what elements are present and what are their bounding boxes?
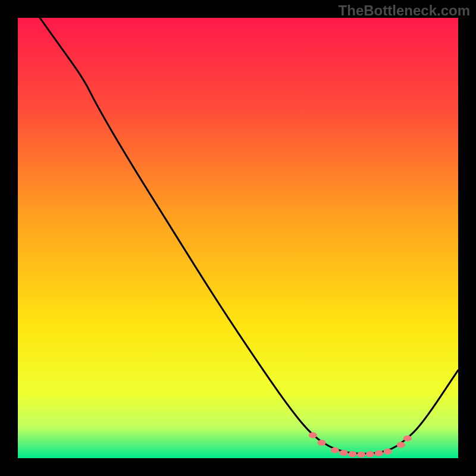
data-marker	[403, 436, 412, 441]
data-marker	[309, 433, 317, 439]
chart-container: TheBottleneck.com	[0, 0, 476, 476]
data-marker	[397, 442, 405, 448]
chart-svg	[18, 18, 458, 458]
data-marker	[331, 447, 339, 453]
data-marker	[357, 452, 365, 458]
watermark-text: TheBottleneck.com	[339, 2, 470, 19]
data-marker	[375, 450, 383, 456]
data-marker	[366, 451, 374, 457]
gradient-background	[18, 18, 458, 458]
data-marker	[318, 440, 326, 446]
data-marker	[348, 451, 356, 457]
data-marker	[384, 449, 392, 455]
data-marker	[340, 450, 348, 456]
bottleneck-chart	[18, 18, 458, 458]
